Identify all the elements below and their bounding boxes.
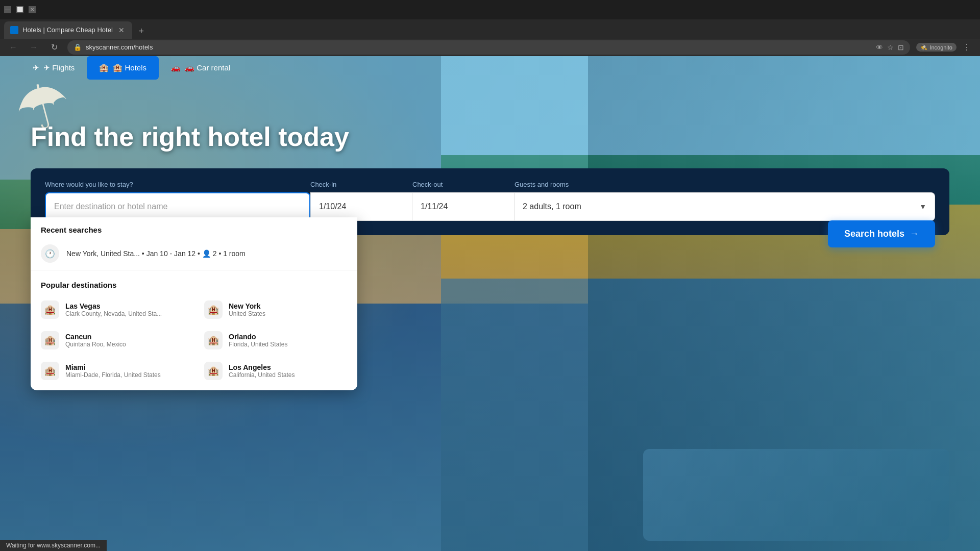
incognito-badge: 🕵 Incognito xyxy=(916,43,957,52)
los-angeles-name: Los Angeles xyxy=(229,363,295,371)
site-navigation: ✈ ✈ Flights 🏨 🏨 Hotels 🚗 🚗 Car rental xyxy=(0,56,263,80)
recent-search-item[interactable]: 🕐 New York, United Sta... • Jan 10 - Jan… xyxy=(31,239,357,268)
miami-info: Miami Miami-Dade, Florida, United States xyxy=(65,363,161,379)
tab-favicon xyxy=(10,26,18,34)
address-bar-row: ← → ↻ 🔒 skyscanner.com/hotels 👁 ☆ ⊡ 🕵 In… xyxy=(0,39,980,56)
window-controls: — ⬜ ✕ xyxy=(4,6,36,13)
new-tab-button[interactable]: + xyxy=(134,24,149,39)
checkin-value: 1/10/24 xyxy=(319,202,346,211)
orlando-sub: Florida, United States xyxy=(229,341,287,348)
search-hotels-button[interactable]: Search hotels → xyxy=(828,220,935,247)
tab-title: Hotels | Compare Cheap Hotel xyxy=(22,26,113,34)
search-button-arrow: → xyxy=(910,229,919,239)
search-fields: 1/10/24 1/11/24 2 adults, 1 room ▼ xyxy=(45,192,935,221)
eye-off-icon: 👁 xyxy=(876,43,883,52)
checkout-field[interactable]: 1/11/24 xyxy=(412,192,514,221)
checkin-field[interactable]: 1/10/24 xyxy=(310,192,412,221)
hotel-icon-orlando: 🏨 xyxy=(204,331,223,349)
car-rental-label: 🚗 Car rental xyxy=(185,63,230,72)
close-window-button[interactable]: ✕ xyxy=(29,6,36,13)
tab-close-button[interactable]: ✕ xyxy=(117,26,126,35)
browser-right-icons: 🕵 Incognito ⋮ xyxy=(916,40,974,55)
address-bar-icons: 👁 ☆ ⊡ xyxy=(876,43,904,52)
orlando-info: Orlando Florida, United States xyxy=(229,333,287,348)
new-york-info: New York United States xyxy=(229,302,265,317)
flights-icon: ✈ xyxy=(33,63,39,72)
nav-tab-hotels[interactable]: 🏨 🏨 Hotels xyxy=(87,56,159,80)
browser-menu-button[interactable]: ⋮ xyxy=(960,40,974,55)
miami-sub: Miami-Dade, Florida, United States xyxy=(65,371,161,379)
forward-button[interactable]: → xyxy=(27,40,41,55)
destination-label: Where would you like to stay? xyxy=(45,181,310,188)
address-bar[interactable]: 🔒 skyscanner.com/hotels 👁 ☆ ⊡ xyxy=(67,40,910,55)
new-york-name: New York xyxy=(229,302,265,310)
flights-label: ✈ Flights xyxy=(43,63,75,72)
miami-name: Miami xyxy=(65,363,161,371)
tab-bar: Hotels | Compare Cheap Hotel ✕ + xyxy=(0,19,980,39)
sidebar-icon[interactable]: ⊡ xyxy=(898,43,904,52)
status-bar: Waiting for www.skyscanner.com... xyxy=(0,540,107,551)
back-button[interactable]: ← xyxy=(6,40,20,55)
hotel-icon-los-angeles: 🏨 xyxy=(204,362,223,380)
minimize-button[interactable]: — xyxy=(4,6,11,13)
cancun-info: Cancun Quintana Roo, Mexico xyxy=(65,333,126,348)
divider xyxy=(31,270,357,270)
refresh-button[interactable]: ↻ xyxy=(47,40,61,55)
page-content: ☂ ✈ ✈ Flights 🏨 🏨 Hotels 🚗 🚗 Car rental … xyxy=(0,56,980,551)
popular-dest-los-angeles[interactable]: 🏨 Los Angeles California, United States xyxy=(194,356,357,386)
hotel-icon-las-vegas: 🏨 xyxy=(41,300,59,319)
hotel-icon-cancun: 🏨 xyxy=(41,331,59,349)
destination-input-wrap xyxy=(45,192,310,221)
browser-chrome: — ⬜ ✕ Hotels | Compare Cheap Hotel ✕ + ←… xyxy=(0,0,980,56)
guests-label: Guests and rooms xyxy=(514,181,935,188)
las-vegas-name: Las Vegas xyxy=(65,302,162,310)
nav-tab-flights[interactable]: ✈ ✈ Flights xyxy=(20,56,87,80)
hotel-icon-miami: 🏨 xyxy=(41,362,59,380)
popular-dest-miami[interactable]: 🏨 Miami Miami-Dade, Florida, United Stat… xyxy=(31,356,194,386)
popular-dest-cancun[interactable]: 🏨 Cancun Quintana Roo, Mexico xyxy=(31,325,194,356)
bottom-thumbnail xyxy=(643,449,949,541)
url-text: skyscanner.com/hotels xyxy=(86,43,153,51)
hotels-icon: 🏨 xyxy=(99,63,109,72)
new-york-sub: United States xyxy=(229,310,265,317)
nav-tab-car-rental[interactable]: 🚗 🚗 Car rental xyxy=(159,56,242,80)
popular-destinations-grid: 🏨 Las Vegas Clark County, Nevada, United… xyxy=(31,294,357,386)
active-tab[interactable]: Hotels | Compare Cheap Hotel ✕ xyxy=(4,21,132,39)
cancun-name: Cancun xyxy=(65,333,126,341)
checkout-label: Check-out xyxy=(412,181,514,188)
destination-dropdown: Recent searches 🕐 New York, United Sta..… xyxy=(31,217,357,390)
popular-dest-orlando[interactable]: 🏨 Orlando Florida, United States xyxy=(194,325,357,356)
lock-icon: 🔒 xyxy=(74,43,82,51)
incognito-label: Incognito xyxy=(929,44,952,51)
recent-searches-title: Recent searches xyxy=(31,217,357,239)
checkin-label: Check-in xyxy=(310,181,412,188)
hero-title: Find the right hotel today xyxy=(31,122,349,152)
popular-destinations-title: Popular destinations xyxy=(31,272,357,294)
recent-search-icon: 🕐 xyxy=(41,244,59,263)
checkout-value: 1/11/24 xyxy=(421,202,448,211)
status-text: Waiting for www.skyscanner.com... xyxy=(6,542,101,549)
hotels-label: 🏨 Hotels xyxy=(113,63,146,72)
los-angeles-sub: California, United States xyxy=(229,371,295,379)
title-bar: — ⬜ ✕ xyxy=(0,0,980,19)
car-icon: 🚗 xyxy=(171,63,181,72)
las-vegas-info: Las Vegas Clark County, Nevada, United S… xyxy=(65,302,162,317)
popular-dest-las-vegas[interactable]: 🏨 Las Vegas Clark County, Nevada, United… xyxy=(31,294,194,325)
bookmark-icon[interactable]: ☆ xyxy=(887,43,894,52)
orlando-name: Orlando xyxy=(229,333,287,341)
search-button-label: Search hotels xyxy=(844,229,904,239)
recent-search-text: New York, United Sta... • Jan 10 - Jan 1… xyxy=(66,249,246,258)
destination-input[interactable] xyxy=(45,192,310,221)
search-labels: Where would you like to stay? Check-in C… xyxy=(45,181,935,188)
guests-value: 2 adults, 1 room xyxy=(523,202,581,211)
maximize-button[interactable]: ⬜ xyxy=(16,6,23,13)
las-vegas-sub: Clark County, Nevada, United Sta... xyxy=(65,310,162,317)
los-angeles-info: Los Angeles California, United States xyxy=(229,363,295,379)
hotel-icon-new-york: 🏨 xyxy=(204,300,223,319)
chevron-down-icon: ▼ xyxy=(919,203,926,211)
incognito-icon: 🕵 xyxy=(920,44,927,51)
cancun-sub: Quintana Roo, Mexico xyxy=(65,341,126,348)
guests-field[interactable]: 2 adults, 1 room ▼ xyxy=(514,192,935,221)
popular-dest-new-york[interactable]: 🏨 New York United States xyxy=(194,294,357,325)
